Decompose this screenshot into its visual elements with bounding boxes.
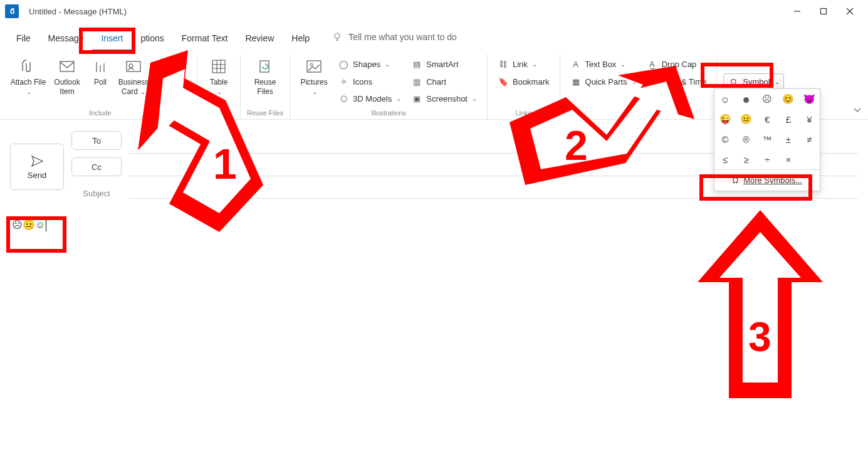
minimize-button[interactable] <box>784 2 810 21</box>
group-label-text: Text <box>632 109 644 119</box>
quickparts-icon: ▦ <box>570 76 582 87</box>
poll-button[interactable]: Poll <box>88 56 113 107</box>
symbol-cell[interactable]: ® <box>736 129 757 149</box>
send-button[interactable]: Send <box>10 144 64 190</box>
reuse-icon <box>256 58 274 75</box>
symbol-cell[interactable]: ¥ <box>799 109 820 129</box>
close-button[interactable] <box>837 2 863 21</box>
symbol-cell[interactable]: ≠ <box>799 129 820 149</box>
3d-models-button[interactable]: ⬡3D Models ⌄ <box>334 90 405 107</box>
maximize-button[interactable] <box>810 2 837 21</box>
quick-parts-button[interactable]: ▦Quick Parts ⌄ <box>567 73 641 90</box>
pictures-button[interactable]: Pictures⌄ <box>296 56 332 107</box>
bookmark-button[interactable]: 🔖Bookmark <box>494 73 553 90</box>
cc-button[interactable]: Cc <box>71 157 122 176</box>
subject-label: Subject <box>83 189 110 198</box>
svg-rect-13 <box>167 61 177 72</box>
group-illustrations: Pictures⌄ ◯Shapes ⌄ ✧Icons ⬡3D Models ⌄ … <box>290 54 488 119</box>
symbol-cell[interactable]: ÷ <box>756 149 778 169</box>
ribbon-collapse-button[interactable] <box>853 105 862 116</box>
chart-icon: ▥ <box>411 76 422 87</box>
symbol-cell[interactable]: 😐 <box>736 109 757 129</box>
attach-file-button[interactable]: Attach File ⌄ <box>10 56 46 107</box>
group-links: ⛓Link ⌄ 🔖Bookmark Links <box>488 54 560 119</box>
symbol-cell[interactable]: ☻ <box>736 89 757 109</box>
svg-rect-1 <box>821 9 827 14</box>
chart-button[interactable]: ▥Chart <box>407 73 481 90</box>
symbol-cell[interactable]: ™ <box>756 129 778 149</box>
screenshot-button[interactable]: ▣Screenshot ⌄ <box>407 90 481 107</box>
business-card-button[interactable]: Business Card ⌄ <box>115 56 152 107</box>
svg-line-14 <box>172 62 177 66</box>
svg-point-4 <box>335 33 340 38</box>
tell-me-placeholder: Tell me what you want to do <box>348 32 457 42</box>
omega-icon: Ω <box>728 76 739 87</box>
smartart-button[interactable]: ▤SmartArt <box>407 56 481 73</box>
send-icon <box>30 154 44 168</box>
group-label-reuse: Reuse Files <box>247 109 283 119</box>
svg-marker-23 <box>32 156 43 166</box>
link-button[interactable]: ⛓Link ⌄ <box>494 56 553 73</box>
date-time-button[interactable]: 🗓Date & Time <box>643 73 711 90</box>
symbol-cell[interactable]: × <box>778 149 799 169</box>
dropcap-icon: A̲ <box>647 58 658 70</box>
more-symbols-button[interactable]: Ω More Symbols... <box>714 169 820 191</box>
svg-point-12 <box>129 64 133 68</box>
calendar-icon: 🗓 <box>647 76 658 87</box>
shapes-button[interactable]: ◯Shapes ⌄ <box>334 56 405 73</box>
menu-format-text[interactable]: Format Text <box>173 23 237 51</box>
bookmark-icon: 🔖 <box>498 76 509 87</box>
svg-marker-31 <box>719 232 801 382</box>
menu-bar: File Message Insert ptions Format Text R… <box>0 23 868 51</box>
symbol-cell[interactable]: 😈 <box>799 89 820 109</box>
symbol-cell[interactable]: ± <box>778 129 799 149</box>
menu-insert[interactable]: Insert <box>92 23 132 51</box>
drop-cap-button[interactable]: A̲Drop Cap ⌄ <box>643 56 711 73</box>
to-button[interactable]: To <box>71 131 122 150</box>
table-icon <box>210 58 227 75</box>
sparkle-icon: ✧ <box>338 76 349 87</box>
symbol-cell[interactable]: € <box>756 109 778 129</box>
menu-help[interactable]: Help <box>283 23 318 51</box>
picture-icon <box>305 58 323 75</box>
card-icon <box>125 58 142 75</box>
menu-file[interactable]: File <box>8 23 39 51</box>
shapes-icon: ◯ <box>338 58 349 70</box>
text-box-button[interactable]: AText Box ⌄ <box>567 56 641 73</box>
reuse-files-button[interactable]: Reuse Files <box>249 56 281 107</box>
symbol-cell[interactable]: ≤ <box>714 149 736 169</box>
symbol-cell[interactable]: 😜 <box>714 109 736 129</box>
svg-rect-15 <box>212 60 225 73</box>
symbol-cell[interactable]: ≥ <box>736 149 757 169</box>
paperclip-icon <box>19 58 37 75</box>
textbox-icon: A <box>570 58 582 70</box>
smartart-icon: ▤ <box>411 58 422 70</box>
icons-button[interactable]: ✧Icons <box>334 73 405 90</box>
menu-options[interactable]: ptions <box>132 23 172 51</box>
symbol-cell[interactable]: ☺ <box>714 89 736 109</box>
symbol-cell[interactable]: ☹ <box>756 89 778 109</box>
svg-text:3: 3 <box>748 314 771 360</box>
signature-button[interactable]: Signature ⌄ <box>154 56 191 107</box>
group-label-include: Include <box>89 109 111 119</box>
menu-message[interactable]: Message <box>39 23 93 51</box>
screenshot-icon: ▣ <box>411 93 422 105</box>
symbol-cell[interactable]: £ <box>778 109 799 129</box>
annotation-arrow-3: 3 <box>694 210 826 406</box>
envelope-icon <box>58 58 76 75</box>
outlook-item-button[interactable]: Outlook Item <box>49 56 85 107</box>
tell-me-search[interactable]: Tell me what you want to do <box>332 32 457 42</box>
group-label-links: Links <box>515 109 531 119</box>
group-include: Attach File ⌄ Outlook Item Poll Business… <box>4 54 197 119</box>
symbol-button[interactable]: ΩSymbol ⌄ <box>723 73 783 90</box>
symbol-cell[interactable]: 😊 <box>778 89 799 109</box>
message-body[interactable]: ☹😐☺ <box>10 219 858 231</box>
menu-review[interactable]: Review <box>236 23 283 51</box>
table-button[interactable]: Table⌄ <box>204 56 234 107</box>
cube-icon: ⬡ <box>338 93 349 105</box>
symbol-cell[interactable]: © <box>714 129 736 149</box>
link-icon: ⛓ <box>498 58 509 70</box>
group-reuse-files: Reuse Files Reuse Files <box>241 54 290 119</box>
svg-point-22 <box>310 63 313 66</box>
ribbon: Attach File ⌄ Outlook Item Poll Business… <box>0 51 868 120</box>
